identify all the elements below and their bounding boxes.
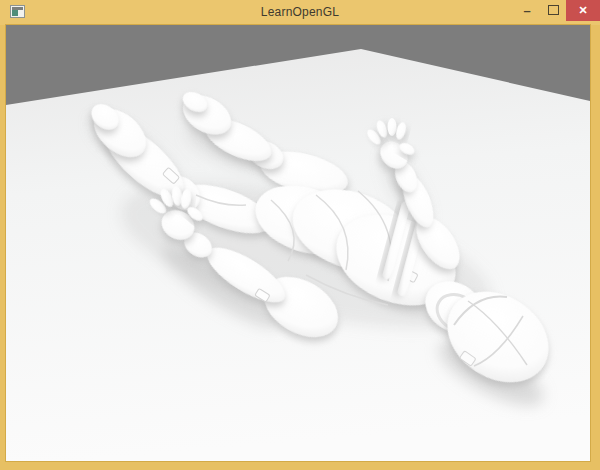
opengl-viewport[interactable]	[6, 25, 590, 461]
close-button[interactable]: ✕	[566, 0, 600, 21]
maximize-icon	[548, 5, 559, 15]
maximize-button[interactable]	[540, 0, 566, 20]
window-title: LearnOpenGL	[0, 5, 600, 19]
learnopengl-window: LearnOpenGL – ✕	[0, 0, 600, 470]
minimize-button[interactable]: –	[514, 0, 540, 20]
title-bar[interactable]: LearnOpenGL – ✕	[0, 0, 600, 25]
rendered-scene	[6, 25, 590, 461]
